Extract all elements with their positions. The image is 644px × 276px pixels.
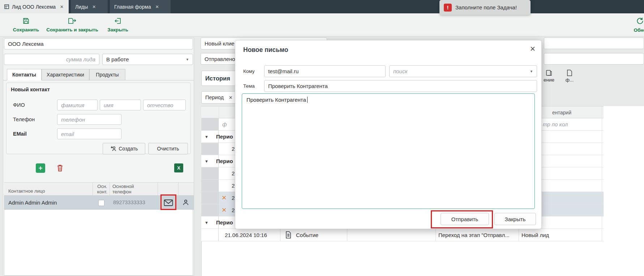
toast-text: Заполните поле Задача! <box>455 4 517 10</box>
save-button[interactable]: Сохранить <box>10 16 42 34</box>
email-placeholder: email <box>61 131 74 137</box>
tab-main-form[interactable]: Главная форма ✕ <box>110 0 171 13</box>
period-chip-label: Период <box>205 95 224 100</box>
tab-label: Лиды <box>75 4 88 10</box>
close-form-button[interactable]: Закрыть <box>103 16 132 34</box>
contact-search-select[interactable]: поиск ▼ <box>389 65 537 77</box>
delete-row-button[interactable] <box>55 163 65 173</box>
tab-products-label: Продукты <box>96 72 119 78</box>
right-field-top[interactable] <box>544 38 644 49</box>
chevron-expand-icon[interactable]: ▼ <box>205 131 209 143</box>
validation-toast[interactable]: ! Заполните поле Задача! <box>439 0 531 15</box>
message-body-textarea[interactable]: Проверить Контрагента <box>242 93 535 209</box>
to-value: test@mail.ru <box>268 68 299 74</box>
contacts-grid-header: Контактное лицо Осн. конт. Основной теле… <box>4 182 194 196</box>
close-dialog-icon[interactable]: ✕ <box>530 45 536 53</box>
attachment-button[interactable]: ение <box>539 70 559 87</box>
add-row-button[interactable]: + <box>36 163 45 173</box>
sent-stage-value: Отправлено <box>205 56 235 62</box>
to-input[interactable]: test@mail.ru <box>264 65 386 77</box>
phone-field[interactable]: телефон <box>57 114 121 125</box>
col-person-header: Контактное лицо <box>8 188 45 194</box>
surname-field[interactable]: фамилия <box>57 100 98 110</box>
row-date: 2 <box>232 167 235 180</box>
person-card-icon[interactable] <box>183 199 189 206</box>
text-cursor <box>307 97 308 103</box>
email-field[interactable]: email <box>57 128 121 139</box>
tab-contacts[interactable]: Контакты <box>7 69 42 80</box>
firstname-placeholder: имя <box>104 102 113 108</box>
col-main-header: Осн. конт. <box>95 184 110 194</box>
row-date: 2 <box>232 143 235 155</box>
delete-x-icon[interactable]: ✕ <box>219 204 229 216</box>
lead-stage-select[interactable]: В работе ▼ <box>102 54 193 65</box>
tab-contacts-label: Контакты <box>12 72 36 78</box>
comment-column-header: ентарий <box>552 106 571 119</box>
contact-name: Admin Admin Admin <box>8 196 57 210</box>
tab-products[interactable]: Продукты <box>89 69 125 80</box>
tab-characteristics[interactable]: Характеристики <box>42 69 89 80</box>
phone-label: Телефон <box>13 117 35 122</box>
event-comment: Новый лид <box>521 229 549 241</box>
tab-characteristics-label: Характеристики <box>47 72 84 78</box>
tab-leads[interactable]: Лиды ✕ <box>71 0 108 13</box>
chevron-expand-icon[interactable]: ▼ <box>205 216 209 229</box>
tab-lead[interactable]: Лид ООО Лексема ✕ <box>0 0 69 13</box>
chevron-expand-icon[interactable]: ▼ <box>205 155 209 167</box>
clear-contact-label: Очистить <box>157 146 179 152</box>
refresh-button[interactable]: Обно <box>627 16 644 34</box>
annotation-highlight <box>160 194 176 210</box>
clear-contact-button[interactable]: Очистить <box>148 143 188 154</box>
history-event-row[interactable]: 21.06.2024 10:16 Событие Переход на этап… <box>201 229 604 241</box>
row-date: 2 <box>232 180 235 192</box>
annotation-highlight <box>431 210 493 228</box>
group-label: Перио <box>216 155 233 167</box>
patronymic-field[interactable]: отчество <box>143 100 186 110</box>
main-contact-checkbox[interactable] <box>98 200 104 206</box>
tab-label: Главная форма <box>114 4 151 10</box>
close-tab-icon[interactable]: ✕ <box>155 4 159 9</box>
event-date: 21.06.2024 10:16 <box>225 229 267 241</box>
excel-export-button[interactable]: X <box>174 163 183 172</box>
email-label: EMail <box>13 131 27 137</box>
event-document-icon <box>285 231 291 238</box>
surname-placeholder: фамилия <box>61 102 84 108</box>
remove-filter-icon[interactable]: ✕ <box>229 95 233 100</box>
save-and-close-label: Сохранить и закрыть <box>46 27 98 32</box>
comment-column-filter[interactable]: тр по кол <box>543 118 568 130</box>
message-body-text: Проверить Контрагента <box>246 97 306 103</box>
lead-amount-input[interactable]: сумма лида <box>4 54 99 65</box>
create-contact-button[interactable]: Создать <box>103 143 145 154</box>
attachment-label: ение <box>544 77 554 83</box>
refresh-label: Обно <box>634 27 644 33</box>
patronymic-placeholder: отчество <box>147 102 173 108</box>
row-date: 2 <box>232 192 235 204</box>
lead-name-value: ООО Лексема <box>8 41 44 47</box>
plus-icon: + <box>38 164 42 172</box>
file-button[interactable]: ф... <box>562 70 577 87</box>
date-column-filter[interactable]: ф <box>222 118 227 130</box>
save-label: Сохранить <box>13 27 39 32</box>
lead-name-input[interactable]: ООО Лексема <box>4 38 193 49</box>
right-field-bottom[interactable] <box>544 53 644 65</box>
event-description: Переход на этап "Отправл... <box>438 229 510 241</box>
chevron-down-icon: ▼ <box>186 58 189 61</box>
to-label: Кому <box>243 65 255 77</box>
phone-placeholder: телефон <box>61 117 85 123</box>
file-label: ф... <box>566 77 574 83</box>
save-and-close-button[interactable]: Сохранить и закрыть <box>45 16 99 34</box>
close-dialog-label: Закрыть <box>505 216 526 222</box>
delete-x-icon[interactable]: ✕ <box>219 192 229 204</box>
close-tab-icon[interactable]: ✕ <box>92 4 96 9</box>
history-title: История <box>205 75 230 82</box>
contact-phone: 89273333333 <box>113 196 145 210</box>
client-value: Новый клие <box>205 40 235 47</box>
groupbox-title: Новый контакт <box>11 87 50 92</box>
app-window: Лид ООО Лексема ✕ Лиды ✕ Главная форма ✕… <box>0 0 644 276</box>
main-toolbar: Сохранить Сохранить и закрыть Закрыть Об… <box>0 13 644 36</box>
close-dialog-button[interactable]: Закрыть <box>494 213 536 225</box>
subject-input[interactable]: Проверить Контрагента <box>264 80 537 92</box>
fio-label: ФИО <box>13 102 25 108</box>
close-tab-icon[interactable]: ✕ <box>60 4 64 9</box>
firstname-field[interactable]: имя <box>100 100 141 110</box>
